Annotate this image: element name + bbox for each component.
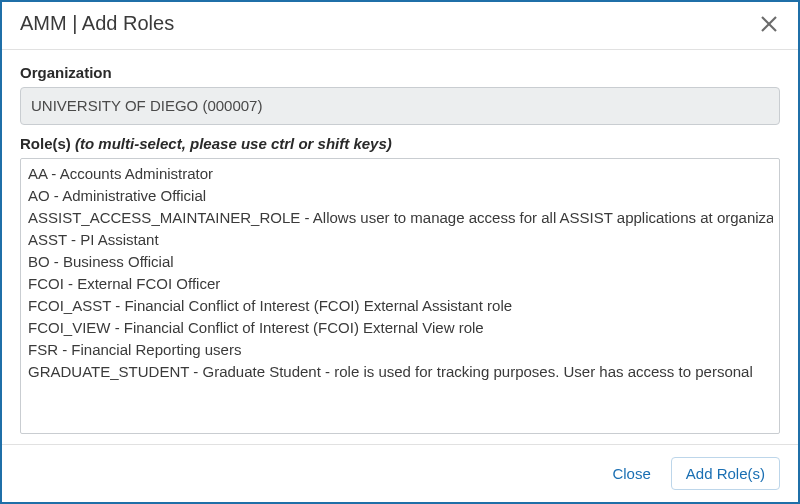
- add-roles-button[interactable]: Add Role(s): [671, 457, 780, 490]
- add-roles-modal: AMM | Add Roles Organization UNIVERSITY …: [0, 0, 800, 504]
- modal-title: AMM | Add Roles: [20, 12, 174, 35]
- list-item[interactable]: AA - Accounts Administrator: [27, 163, 773, 185]
- roles-listbox[interactable]: AA - Accounts Administrator AO - Adminis…: [20, 158, 780, 434]
- list-item[interactable]: ASST - PI Assistant: [27, 229, 773, 251]
- close-icon[interactable]: [758, 13, 780, 35]
- list-item[interactable]: FSR - Financial Reporting users: [27, 339, 773, 361]
- list-item[interactable]: AO - Administrative Official: [27, 185, 773, 207]
- list-item[interactable]: FCOI_VIEW - Financial Conflict of Intere…: [27, 317, 773, 339]
- modal-body: Organization UNIVERSITY OF DIEGO (000007…: [2, 50, 798, 444]
- list-item[interactable]: ASSIST_ACCESS_MAINTAINER_ROLE - Allows u…: [27, 207, 773, 229]
- roles-label-hint: (to multi-select, please use ctrl or shi…: [75, 135, 392, 152]
- modal-footer: Close Add Role(s): [2, 444, 798, 502]
- list-item[interactable]: FCOI - External FCOI Officer: [27, 273, 773, 295]
- list-item[interactable]: BO - Business Official: [27, 251, 773, 273]
- modal-header: AMM | Add Roles: [2, 2, 798, 50]
- list-item[interactable]: GRADUATE_STUDENT - Graduate Student - ro…: [27, 361, 773, 383]
- roles-label-prefix: Role(s): [20, 135, 75, 152]
- organization-field[interactable]: UNIVERSITY OF DIEGO (000007): [20, 87, 780, 125]
- roles-label: Role(s) (to multi-select, please use ctr…: [20, 135, 780, 152]
- list-item[interactable]: FCOI_ASST - Financial Conflict of Intere…: [27, 295, 773, 317]
- close-button[interactable]: Close: [606, 459, 656, 488]
- organization-label: Organization: [20, 64, 780, 81]
